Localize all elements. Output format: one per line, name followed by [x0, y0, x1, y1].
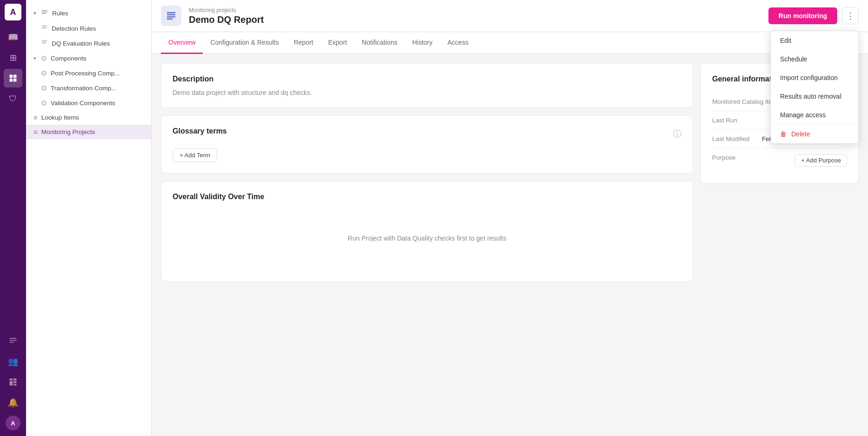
svg-rect-19 [42, 42, 47, 42]
rules-icon [41, 9, 48, 18]
dropdown-manage-access[interactable]: Manage access [771, 106, 858, 124]
results-auto-label: Results auto removal [780, 93, 841, 100]
svg-rect-21 [167, 12, 175, 13]
glossary-title: Glossary terms [173, 127, 227, 135]
tab-configuration-results[interactable]: Configuration & Results [203, 32, 286, 54]
svg-rect-10 [13, 381, 17, 383]
lookup-icon: ≡ [33, 114, 38, 121]
tab-export[interactable]: Export [320, 32, 354, 54]
svg-rect-5 [10, 340, 17, 341]
run-monitoring-button[interactable]: Run monitoring [768, 7, 837, 24]
top-header: Monitoring projects Demo DQ Report Run m… [152, 0, 868, 32]
content-area: Description Demo data project with struc… [152, 54, 868, 436]
nav-dq[interactable] [4, 69, 22, 87]
nav-shield[interactable]: 🛡 [4, 89, 22, 108]
dropdown-results-auto[interactable]: Results auto removal [771, 87, 858, 106]
svg-rect-9 [10, 381, 13, 385]
sidebar-item-transformation[interactable]: ⊙ Transformation Comp... [26, 80, 151, 95]
dropdown-menu: Edit Schedule Import configuration Resul… [770, 31, 859, 144]
sidebar-item-lookup[interactable]: ≡ Lookup Items [26, 110, 151, 125]
user-avatar: A [6, 416, 20, 430]
svg-rect-23 [167, 16, 175, 18]
description-title: Description [173, 75, 681, 83]
edit-label: Edit [780, 37, 791, 44]
expand-icon: ▾ [33, 10, 36, 16]
tab-notifications[interactable]: Notifications [354, 32, 405, 54]
tabs-bar: Overview Configuration & Results Report … [152, 32, 868, 54]
svg-rect-3 [13, 79, 17, 82]
delete-label: Delete [791, 130, 810, 138]
content-left: Description Demo data project with struc… [161, 63, 693, 427]
svg-rect-11 [13, 384, 17, 385]
nav-book[interactable]: 📖 [4, 28, 22, 47]
last-modified-label: Last Modified [712, 135, 749, 142]
detection-rules-icon [41, 24, 48, 33]
nav-people[interactable]: 👥 [4, 352, 22, 371]
dropdown-schedule[interactable]: Schedule [771, 50, 858, 68]
ellipsis-icon: ⋮ [846, 11, 855, 21]
monitoring-icon: ≡ [33, 128, 38, 136]
svg-rect-14 [42, 13, 46, 13]
sidebar-item-post-processing[interactable]: ⊙ Post Processing Comp... [26, 66, 151, 80]
delete-icon: 🗑 [780, 130, 787, 138]
app-logo: A [5, 4, 21, 20]
sidebar-item-dq-evaluation-rules[interactable]: DQ Evaluation Rules [26, 36, 151, 51]
svg-rect-7 [10, 379, 13, 381]
description-text: Demo data project with structure and dq … [173, 89, 681, 96]
svg-rect-15 [42, 26, 47, 26]
svg-rect-22 [167, 14, 175, 16]
sidebar-item-rules[interactable]: ▾ Rules [26, 6, 151, 21]
svg-rect-18 [42, 40, 47, 41]
sidebar-item-components[interactable]: ▾ ⊙ Components [26, 51, 151, 66]
dropdown-delete[interactable]: 🗑 Delete [771, 125, 858, 143]
sidebar-item-detection-rules[interactable]: Detection Rules [26, 21, 151, 36]
nav-avatar[interactable]: A [4, 414, 22, 432]
svg-rect-1 [13, 75, 17, 78]
svg-rect-16 [42, 27, 47, 27]
project-title: Demo DQ Report [189, 14, 761, 25]
nav-dashboard[interactable] [4, 373, 22, 391]
main-content: Monitoring projects Demo DQ Report Run m… [152, 0, 868, 436]
import-label: Import configuration [780, 74, 838, 81]
svg-rect-2 [10, 79, 13, 82]
svg-rect-0 [10, 75, 13, 78]
add-purpose-button[interactable]: + Add Purpose [795, 154, 847, 167]
nav-bell[interactable]: 🔔 [4, 393, 22, 412]
validity-empty-message: Run Project with Data Quality checks fir… [173, 207, 681, 270]
project-icon [161, 6, 181, 26]
project-meta: Monitoring projects Demo DQ Report [189, 7, 761, 25]
more-options-button[interactable]: ⋮ [842, 7, 859, 24]
validity-title: Overall Validity Over Time [173, 193, 681, 201]
glossary-card: Glossary terms ⓘ + Add Term [161, 115, 693, 174]
nav-reports[interactable] [4, 332, 22, 350]
left-panel: ▾ Rules Detection Rules DQ Evaluation Ru… [26, 0, 152, 436]
glossary-info-icon: ⓘ [673, 128, 681, 140]
tab-access[interactable]: Access [440, 32, 476, 54]
purpose-label: Purpose [712, 154, 735, 161]
project-breadcrumb: Monitoring projects [189, 7, 761, 13]
schedule-label: Schedule [780, 55, 807, 63]
transform-icon: ⊙ [41, 84, 47, 92]
dropdown-edit[interactable]: Edit [771, 31, 858, 50]
tab-overview[interactable]: Overview [161, 32, 203, 54]
description-card: Description Demo data project with struc… [161, 63, 693, 108]
sidebar-item-monitoring-projects[interactable]: ≡ Monitoring Projects [26, 125, 151, 139]
last-run-label: Last Run [712, 117, 737, 124]
sidebar-item-validation[interactable]: ⊙ Validation Components [26, 95, 151, 110]
nav-table[interactable]: ⊞ [4, 48, 22, 67]
dropdown-import[interactable]: Import configuration [771, 68, 858, 87]
manage-access-label: Manage access [780, 111, 826, 119]
tab-history[interactable]: History [405, 32, 440, 54]
info-row-purpose: Purpose + Add Purpose [712, 148, 847, 172]
svg-rect-17 [42, 28, 46, 29]
header-actions: Run monitoring ⋮ [768, 7, 859, 24]
svg-rect-12 [42, 10, 47, 11]
components-icon: ⊙ [41, 54, 47, 62]
validity-card: Overall Validity Over Time Run Project w… [161, 181, 693, 282]
dq-eval-icon [41, 39, 48, 47]
post-proc-icon: ⊙ [41, 69, 47, 77]
icon-sidebar: A 📖 ⊞ 🛡 👥 🔔 A [0, 0, 26, 436]
add-term-button[interactable]: + Add Term [173, 148, 217, 162]
svg-rect-13 [42, 12, 47, 12]
tab-report[interactable]: Report [286, 32, 320, 54]
